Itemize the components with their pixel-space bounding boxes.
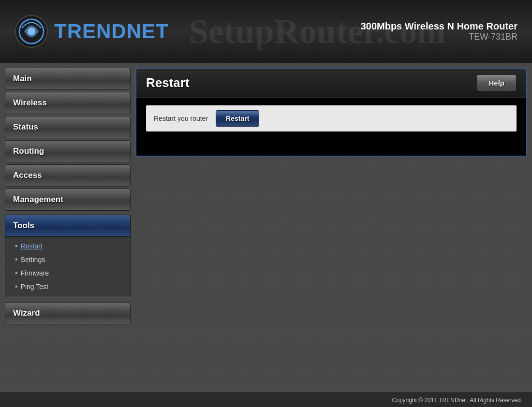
main-layout: Main Wireless Status Routing Access Mana…	[0, 63, 532, 392]
restart-row: Restart you router Restart	[146, 105, 517, 131]
restart-button[interactable]: Restart	[216, 110, 259, 127]
nav-routing-button[interactable]: Routing	[5, 140, 131, 162]
tools-header[interactable]: Tools	[5, 215, 131, 237]
tools-submenu: • Restart • Settings • Firmware • Ping T…	[5, 237, 131, 296]
content-panel: Restart Help Restart you router Restart	[135, 68, 527, 157]
logo-prefix: TREND	[54, 20, 127, 43]
help-button[interactable]: Help	[476, 74, 517, 91]
nav-main-button[interactable]: Main	[5, 68, 131, 90]
product-name: 300Mbps Wireless N Home Router	[361, 21, 517, 32]
content-header: Restart Help	[136, 69, 526, 98]
tools-pingtest-label: Ping Test	[21, 283, 48, 291]
bullet-icon: •	[15, 255, 18, 264]
product-model: TEW-731BR	[361, 32, 517, 42]
tools-firmware-label: Firmware	[21, 269, 49, 277]
logo-area: TRENDnet	[15, 15, 169, 48]
sidebar: Main Wireless Status Routing Access Mana…	[5, 68, 131, 388]
footer: Copyright © 2011 TRENDnet. All Rights Re…	[0, 392, 532, 407]
product-info: 300Mbps Wireless N Home Router TEW-731BR	[361, 21, 517, 42]
bullet-icon: •	[15, 269, 18, 277]
bullet-icon: •	[15, 242, 18, 250]
nav-status-button[interactable]: Status	[5, 116, 131, 138]
tools-section: Tools • Restart • Settings • Firmware • …	[5, 215, 131, 296]
svg-point-2	[28, 28, 35, 35]
tools-pingtest-item[interactable]: • Ping Test	[15, 281, 130, 292]
nav-management-button[interactable]: Management	[5, 189, 131, 211]
logo-text: TRENDnet	[54, 20, 169, 43]
tools-settings-label: Settings	[21, 256, 45, 263]
tools-firmware-item[interactable]: • Firmware	[15, 268, 130, 278]
restart-row-label: Restart you router	[154, 115, 208, 122]
tools-restart-link[interactable]: Restart	[21, 242, 43, 250]
logo-suffix: net	[127, 20, 169, 43]
bullet-icon: •	[15, 282, 18, 291]
nav-wizard-button[interactable]: Wizard	[5, 302, 131, 324]
content-body: Restart you router Restart	[136, 98, 526, 156]
tools-restart-item[interactable]: • Restart	[15, 241, 130, 251]
content-area: Restart Help Restart you router Restart	[135, 68, 527, 388]
trendnet-logo-icon	[15, 15, 48, 48]
copyright-text: Copyright © 2011 TRENDnet. All Rights Re…	[392, 397, 522, 404]
header: SetupRouter.com TRENDnet 300Mbps Wireles…	[0, 0, 532, 63]
page-title: Restart	[146, 75, 190, 90]
nav-wireless-button[interactable]: Wireless	[5, 92, 131, 114]
nav-access-button[interactable]: Access	[5, 164, 131, 187]
tools-settings-item[interactable]: • Settings	[15, 254, 130, 265]
